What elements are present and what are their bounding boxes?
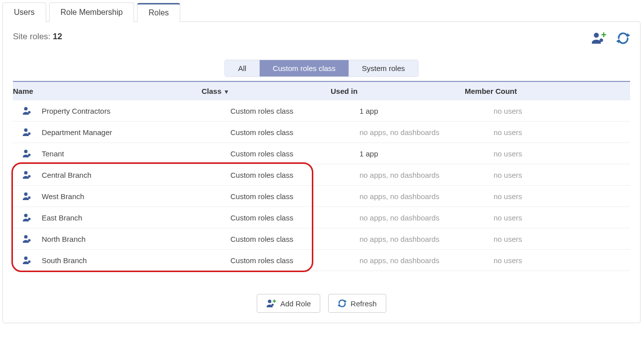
- svg-point-9: [28, 132, 30, 135]
- role-class: Custom roles class: [230, 171, 359, 179]
- role-name: South Branch: [42, 256, 230, 265]
- col-header-count[interactable]: Member Count: [465, 87, 630, 95]
- role-class: Custom roles class: [230, 107, 359, 115]
- role-used-in: no apps, no dashboards: [359, 213, 494, 222]
- roles-panel: Site roles: 12: [2, 21, 641, 323]
- refresh-icon-button[interactable]: [616, 32, 630, 45]
- site-roles-label: Site roles: 12: [13, 32, 62, 42]
- svg-point-1: [600, 39, 603, 42]
- table-row[interactable]: East BranchCustom roles classno apps, no…: [13, 207, 630, 228]
- role-class: Custom roles class: [230, 235, 359, 243]
- svg-point-7: [28, 111, 30, 113]
- svg-point-20: [24, 257, 28, 260]
- svg-point-14: [24, 193, 28, 196]
- role-used-in: no apps, no dashboards: [359, 256, 494, 265]
- role-used-in: no apps, no dashboards: [359, 235, 494, 243]
- table-row[interactable]: TenantCustom roles class1 appno users: [13, 143, 630, 164]
- role-used-in: no apps, no dashboards: [359, 192, 494, 201]
- svg-point-23: [272, 304, 274, 306]
- role-name: West Branch: [42, 192, 230, 201]
- sort-desc-icon: ▼: [223, 88, 229, 95]
- role-icon: [13, 170, 42, 179]
- svg-point-12: [24, 171, 28, 175]
- tab-roles[interactable]: Roles: [137, 3, 180, 22]
- svg-point-0: [594, 33, 599, 38]
- role-used-in: no apps, no dashboards: [359, 171, 494, 179]
- role-icon: [13, 256, 42, 265]
- svg-marker-5: [616, 39, 619, 43]
- svg-point-13: [28, 175, 30, 177]
- role-icon: [13, 234, 42, 243]
- tab-bar: UsersRole MembershipRoles: [2, 2, 641, 22]
- col-header-class[interactable]: Class▼: [202, 87, 331, 95]
- table-row[interactable]: Central BranchCustom roles classno apps,…: [13, 164, 630, 186]
- role-icon: [13, 106, 42, 115]
- svg-point-19: [28, 239, 30, 241]
- filter-system-roles[interactable]: System roles: [349, 60, 418, 76]
- tab-role-membership[interactable]: Role Membership: [49, 2, 134, 22]
- svg-point-17: [28, 217, 30, 220]
- role-member-count: no users: [494, 256, 630, 265]
- add-role-icon-button[interactable]: [591, 32, 607, 45]
- role-class: Custom roles class: [230, 149, 359, 158]
- role-icon: [13, 213, 42, 222]
- site-roles-text: Site roles:: [13, 32, 53, 41]
- svg-point-15: [28, 196, 30, 199]
- role-icon: [13, 128, 42, 137]
- site-roles-count: 12: [53, 32, 62, 41]
- svg-point-22: [268, 300, 272, 303]
- table-row[interactable]: North BranchCustom roles classno apps, n…: [13, 228, 630, 250]
- role-member-count: no users: [494, 235, 630, 243]
- col-header-used[interactable]: Used in: [331, 87, 465, 95]
- role-name: North Branch: [42, 235, 230, 243]
- table-row[interactable]: South BranchCustom roles classno apps, n…: [13, 250, 630, 271]
- role-member-count: no users: [494, 213, 630, 222]
- col-header-name[interactable]: Name: [0, 87, 202, 95]
- role-name: Property Contractors: [42, 107, 230, 115]
- role-name: Central Branch: [42, 171, 230, 179]
- svg-point-8: [24, 129, 28, 132]
- role-class: Custom roles class: [230, 192, 359, 201]
- svg-point-21: [28, 260, 30, 263]
- table-header: Name Class▼ Used in Member Count: [13, 81, 630, 100]
- role-class: Custom roles class: [230, 256, 359, 265]
- class-filter-group: AllCustom roles classSystem roles: [224, 60, 418, 77]
- refresh-icon: [338, 299, 347, 308]
- role-member-count: no users: [494, 149, 630, 158]
- svg-point-6: [24, 107, 28, 111]
- role-icon: [13, 192, 42, 201]
- table-row[interactable]: West BranchCustom roles classno apps, no…: [13, 186, 630, 207]
- role-used-in: no apps, no dashboards: [359, 128, 494, 137]
- role-member-count: no users: [494, 171, 630, 179]
- role-member-count: no users: [494, 107, 630, 115]
- role-class: Custom roles class: [230, 213, 359, 222]
- role-name: Tenant: [42, 149, 230, 158]
- role-member-count: no users: [494, 128, 630, 137]
- filter-all[interactable]: All: [225, 60, 260, 76]
- svg-marker-27: [338, 304, 340, 307]
- filter-custom-roles-class[interactable]: Custom roles class: [260, 60, 349, 76]
- add-user-icon: [266, 299, 276, 308]
- svg-point-18: [24, 235, 28, 239]
- role-used-in: 1 app: [359, 149, 494, 158]
- role-used-in: 1 app: [359, 107, 494, 115]
- table-row[interactable]: Department ManagerCustom roles classno a…: [13, 122, 630, 143]
- svg-marker-26: [345, 300, 347, 303]
- refresh-button[interactable]: Refresh: [328, 294, 386, 313]
- table-body: Property ContractorsCustom roles class1 …: [13, 100, 630, 271]
- add-role-button[interactable]: Add Role: [257, 294, 320, 313]
- role-class: Custom roles class: [230, 128, 359, 137]
- role-name: East Branch: [42, 213, 230, 222]
- svg-marker-4: [627, 33, 630, 37]
- svg-point-16: [24, 214, 28, 217]
- role-icon: [13, 149, 42, 158]
- tab-users[interactable]: Users: [2, 2, 46, 22]
- role-name: Department Manager: [42, 128, 230, 137]
- role-member-count: no users: [494, 192, 630, 201]
- svg-point-11: [28, 153, 30, 156]
- roles-table: Name Class▼ Used in Member Count Propert…: [13, 81, 630, 271]
- svg-point-10: [24, 150, 28, 153]
- table-row[interactable]: Property ContractorsCustom roles class1 …: [13, 100, 630, 122]
